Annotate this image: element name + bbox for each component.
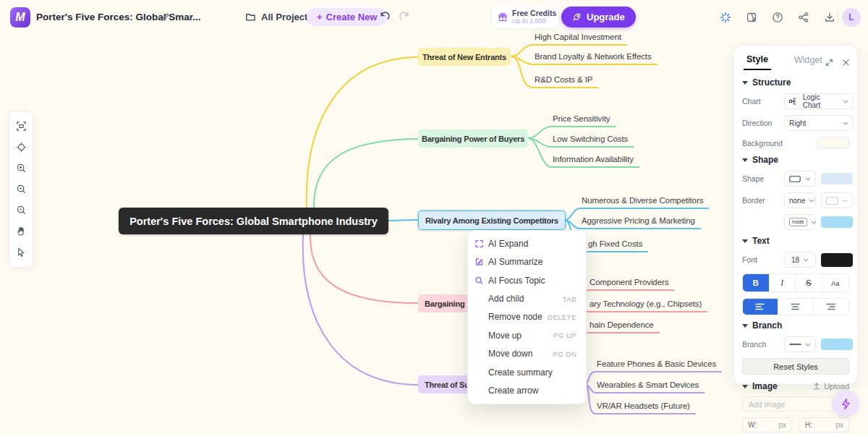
central-topic-node[interactable]: Porter's Five Forces: Global Smartphone … [119, 208, 388, 234]
subtopic-node[interactable]: Feature Phones & Basic Devices [595, 359, 722, 373]
branch-node-threat-of-new-entrants[interactable]: Threat of New Entrants [418, 48, 511, 66]
menu-item-label: Add child [488, 294, 524, 304]
chevron-down-icon [843, 100, 848, 103]
menu-item-label: Move down [488, 349, 532, 359]
subtopic-node[interactable]: Component Providers [588, 278, 674, 291]
collapse-triangle-icon [742, 385, 748, 388]
subtopic-node[interactable]: Information Availability [551, 155, 639, 168]
direction-select[interactable]: Right [784, 115, 854, 131]
menu-item-move-down[interactable]: Move down PG DN [468, 345, 586, 363]
align-right-button[interactable] [813, 299, 848, 315]
subtopic-node[interactable]: gh Fixed Costs [587, 239, 648, 252]
menu-item-remove-node[interactable]: Remove node DELETE [468, 308, 586, 326]
menu-item-label: Move up [488, 331, 522, 341]
collapse-triangle-icon [742, 158, 748, 162]
align-center-icon [791, 303, 800, 310]
lightning-icon [840, 398, 852, 410]
section-branch[interactable]: Branch [742, 320, 849, 331]
chevron-down-icon [805, 177, 811, 181]
menu-item-label: Remove node [488, 312, 542, 322]
menu-item-create-arrow[interactable]: Create arrow [468, 382, 586, 400]
ai-assistant-button[interactable] [832, 390, 859, 417]
collapse-triangle-icon [742, 239, 748, 243]
section-structure[interactable]: Structure [742, 77, 849, 88]
align-right-icon [826, 303, 835, 310]
align-center-button[interactable] [778, 299, 814, 315]
font-size-select[interactable]: 18 [784, 252, 816, 268]
menu-item-ai-expand[interactable]: AI Expand [468, 234, 586, 252]
menu-shortcut: TAB [563, 295, 576, 303]
shape-select[interactable] [784, 171, 816, 187]
section-image[interactable]: Image [742, 381, 778, 391]
shape-fill-color-swatch[interactable] [821, 173, 853, 184]
subtopic-node[interactable]: ary Technology (e.g., Chipsets) [588, 299, 707, 312]
subtopic-node[interactable]: Numerous & Diverse Competitors [580, 196, 709, 209]
menu-shortcut: DELETE [548, 313, 576, 321]
chevron-down-icon [842, 199, 848, 203]
logic-chart-icon [789, 98, 799, 105]
chevron-down-icon [809, 199, 814, 203]
app-window: M Porter's Five Forces: Global Smar... A… [0, 0, 868, 434]
menu-item-label: AI Focus Topic [488, 276, 545, 286]
menu-item-create-summary[interactable]: Create summary [468, 363, 586, 381]
section-text[interactable]: Text [742, 236, 849, 246]
tab-widget[interactable]: Widget [791, 55, 825, 69]
menu-item-label: Create summary [488, 367, 553, 378]
border-label: Border [742, 196, 784, 205]
strikethrough-button[interactable]: S [796, 274, 822, 292]
expand-icon [825, 59, 833, 67]
branch-color-swatch[interactable] [821, 339, 853, 350]
background-color-swatch[interactable] [817, 137, 849, 149]
reset-styles-button[interactable]: Reset Styles [742, 358, 849, 375]
menu-item-ai-summarize[interactable]: AI Summarize [468, 252, 586, 271]
node-color-swatch[interactable] [821, 216, 853, 228]
style-panel: Style Widget Structure Chart Logic Chart… [733, 45, 858, 385]
direction-value: Right [789, 119, 806, 127]
subtopic-node[interactable]: VR/AR Headsets (Future) [595, 401, 696, 414]
menu-item-label: AI Summarize [488, 257, 542, 267]
text-case-button[interactable]: Aa [822, 274, 849, 292]
menu-item-ai-focus-topic[interactable]: AI Focus Topic [468, 271, 586, 289]
rectangle-shape-icon [789, 176, 801, 182]
menu-item-label: Create arrow [488, 386, 538, 396]
chart-type-select[interactable]: Logic Chart [784, 93, 854, 109]
line-style-icon [789, 343, 801, 346]
expand-panel-button[interactable] [825, 59, 833, 67]
subtopic-node[interactable]: Price Sensitivity [551, 114, 616, 127]
font-color-swatch[interactable] [821, 253, 853, 267]
branch-node-rivalry-selected[interactable]: Rivalry Among Existing Competitors [418, 210, 566, 230]
menu-shortcut: PG UP [553, 331, 576, 339]
close-panel-button[interactable] [842, 59, 850, 67]
border-color-select[interactable] [821, 192, 853, 208]
menu-item-add-child[interactable]: Add child TAB [468, 289, 586, 307]
border-color-swatch [826, 197, 838, 205]
menu-item-move-up[interactable]: Move up PG UP [468, 326, 586, 344]
subtopic-node[interactable]: Low Switching Costs [551, 135, 634, 148]
align-left-button[interactable] [743, 299, 778, 315]
chevron-down-icon [803, 258, 809, 262]
branch-line-select[interactable] [784, 336, 816, 352]
subtopic-node[interactable]: hain Dependence [588, 320, 660, 333]
border-style-select[interactable]: none [784, 192, 816, 208]
subtopic-node[interactable]: R&D Costs & IP [533, 75, 598, 88]
node-badge: node [789, 218, 807, 226]
subtopic-node[interactable]: Wearables & Smart Devices [595, 380, 705, 393]
branch-node-bargaining-power-of-buyers[interactable]: Bargaining Power of Buyers [418, 129, 528, 148]
subtopic-node[interactable]: High Capital Investment [533, 33, 627, 46]
close-icon [842, 59, 850, 67]
bold-button[interactable]: B [743, 274, 770, 292]
image-height-input[interactable]: H: px [799, 417, 849, 433]
menu-item-label: AI Expand [488, 239, 528, 249]
node-context-menu: AI Expand AI Summarize AI Focus Topic Ad… [467, 230, 587, 404]
align-left-icon [755, 303, 765, 310]
section-shape[interactable]: Shape [742, 155, 849, 165]
subtopic-node[interactable]: Brand Loyalty & Network Effects [533, 52, 658, 65]
subtopic-node[interactable]: Aggressive Pricing & Marketing [580, 216, 701, 229]
image-width-input[interactable]: W: px [742, 417, 792, 433]
tab-style[interactable]: Style [744, 54, 771, 70]
italic-button[interactable]: I [770, 274, 796, 292]
menu-shortcut: PG DN [553, 350, 576, 358]
upload-icon [812, 382, 821, 391]
chevron-down-icon [843, 122, 848, 125]
node-style-select[interactable]: node [784, 214, 816, 230]
